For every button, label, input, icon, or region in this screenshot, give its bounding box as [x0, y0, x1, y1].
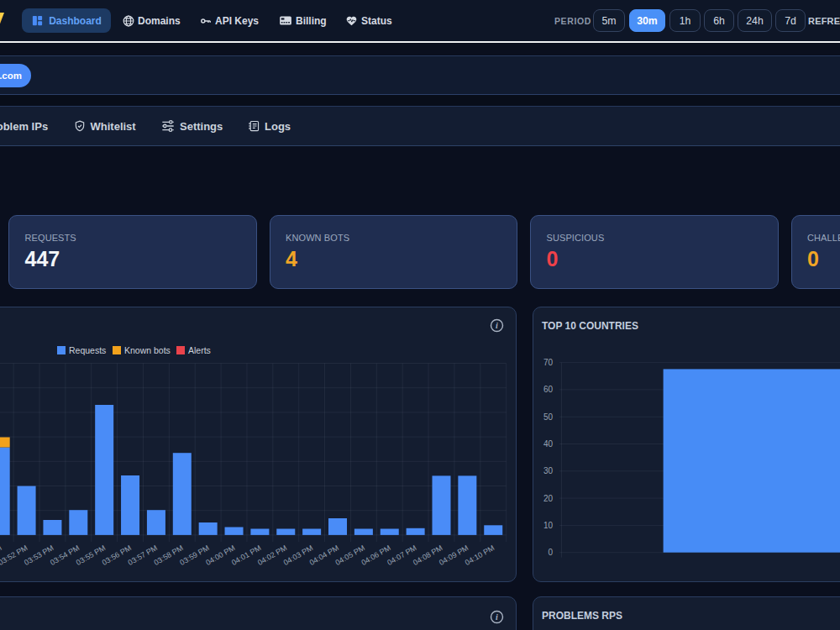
svg-text:0: 0	[548, 548, 553, 557]
svg-text:60: 60	[543, 385, 554, 394]
svg-text:70: 70	[543, 358, 554, 367]
svg-text:i: i	[496, 321, 498, 330]
svg-text:04:10 PM: 04:10 PM	[464, 543, 496, 567]
svg-text:20: 20	[543, 494, 554, 503]
svg-text:10: 10	[543, 521, 554, 530]
svg-text:40: 40	[543, 439, 554, 449]
svg-text:i: i	[496, 612, 498, 622]
svg-text:50: 50	[543, 412, 554, 422]
svg-text:30: 30	[543, 466, 554, 475]
